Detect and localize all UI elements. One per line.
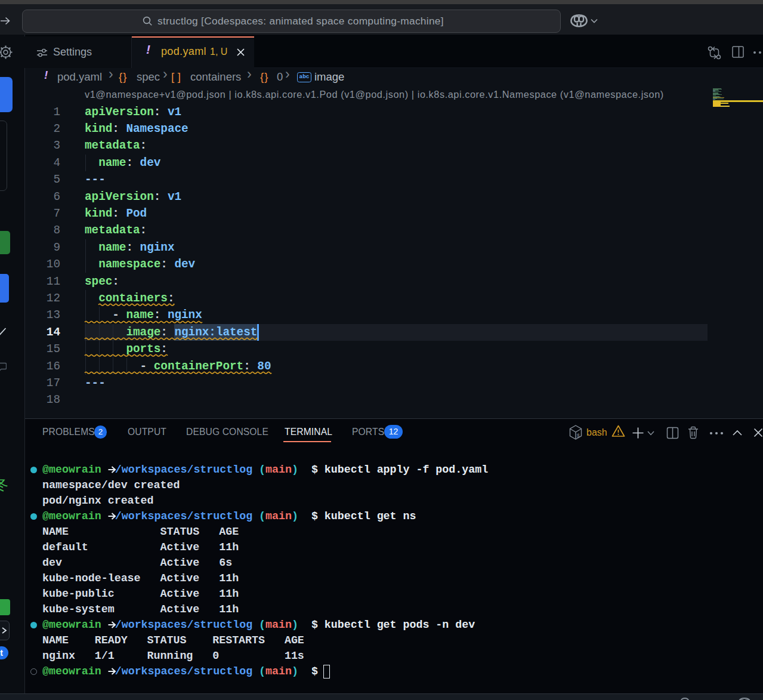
svg-text:$: $ <box>577 433 580 439</box>
